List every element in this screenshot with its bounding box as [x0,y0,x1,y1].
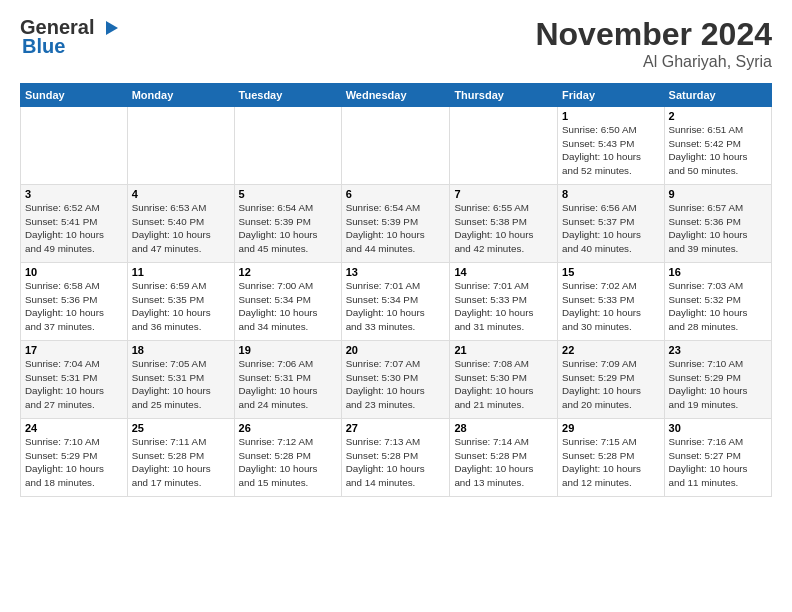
day-number: 6 [346,188,446,200]
calendar-cell: 14Sunrise: 7:01 AM Sunset: 5:33 PM Dayli… [450,263,558,341]
page: General Blue November 2024 Al Ghariyah, … [0,0,792,507]
calendar-cell: 15Sunrise: 7:02 AM Sunset: 5:33 PM Dayli… [558,263,665,341]
weekday-header-wednesday: Wednesday [341,84,450,107]
calendar-cell: 12Sunrise: 7:00 AM Sunset: 5:34 PM Dayli… [234,263,341,341]
day-info: Sunrise: 7:13 AM Sunset: 5:28 PM Dayligh… [346,436,425,488]
day-number: 24 [25,422,123,434]
day-info: Sunrise: 7:05 AM Sunset: 5:31 PM Dayligh… [132,358,211,410]
day-info: Sunrise: 7:10 AM Sunset: 5:29 PM Dayligh… [669,358,748,410]
day-number: 26 [239,422,337,434]
calendar-cell: 29Sunrise: 7:15 AM Sunset: 5:28 PM Dayli… [558,419,665,497]
day-number: 30 [669,422,767,434]
month-title: November 2024 [535,16,772,53]
day-number: 15 [562,266,660,278]
day-number: 12 [239,266,337,278]
day-number: 23 [669,344,767,356]
day-number: 8 [562,188,660,200]
day-number: 3 [25,188,123,200]
day-info: Sunrise: 6:56 AM Sunset: 5:37 PM Dayligh… [562,202,641,254]
day-number: 7 [454,188,553,200]
logo-icon [98,17,120,39]
calendar-cell: 28Sunrise: 7:14 AM Sunset: 5:28 PM Dayli… [450,419,558,497]
day-number: 27 [346,422,446,434]
calendar-cell: 19Sunrise: 7:06 AM Sunset: 5:31 PM Dayli… [234,341,341,419]
title-block: November 2024 Al Ghariyah, Syria [535,16,772,71]
calendar-cell: 16Sunrise: 7:03 AM Sunset: 5:32 PM Dayli… [664,263,771,341]
day-info: Sunrise: 6:57 AM Sunset: 5:36 PM Dayligh… [669,202,748,254]
day-number: 13 [346,266,446,278]
day-number: 28 [454,422,553,434]
day-number: 5 [239,188,337,200]
weekday-header-monday: Monday [127,84,234,107]
day-info: Sunrise: 7:01 AM Sunset: 5:34 PM Dayligh… [346,280,425,332]
calendar-cell: 13Sunrise: 7:01 AM Sunset: 5:34 PM Dayli… [341,263,450,341]
week-row-4: 24Sunrise: 7:10 AM Sunset: 5:29 PM Dayli… [21,419,772,497]
day-number: 11 [132,266,230,278]
day-number: 10 [25,266,123,278]
day-info: Sunrise: 7:04 AM Sunset: 5:31 PM Dayligh… [25,358,104,410]
location: Al Ghariyah, Syria [535,53,772,71]
day-info: Sunrise: 7:01 AM Sunset: 5:33 PM Dayligh… [454,280,533,332]
day-info: Sunrise: 6:55 AM Sunset: 5:38 PM Dayligh… [454,202,533,254]
calendar-cell: 8Sunrise: 6:56 AM Sunset: 5:37 PM Daylig… [558,185,665,263]
day-number: 21 [454,344,553,356]
calendar-cell: 10Sunrise: 6:58 AM Sunset: 5:36 PM Dayli… [21,263,128,341]
day-info: Sunrise: 6:54 AM Sunset: 5:39 PM Dayligh… [239,202,318,254]
day-number: 14 [454,266,553,278]
day-info: Sunrise: 6:54 AM Sunset: 5:39 PM Dayligh… [346,202,425,254]
calendar-cell: 30Sunrise: 7:16 AM Sunset: 5:27 PM Dayli… [664,419,771,497]
day-info: Sunrise: 7:00 AM Sunset: 5:34 PM Dayligh… [239,280,318,332]
calendar-cell: 11Sunrise: 6:59 AM Sunset: 5:35 PM Dayli… [127,263,234,341]
calendar-cell: 22Sunrise: 7:09 AM Sunset: 5:29 PM Dayli… [558,341,665,419]
day-info: Sunrise: 7:11 AM Sunset: 5:28 PM Dayligh… [132,436,211,488]
logo-blue: Blue [22,35,65,58]
calendar-cell: 2Sunrise: 6:51 AM Sunset: 5:42 PM Daylig… [664,107,771,185]
day-info: Sunrise: 7:12 AM Sunset: 5:28 PM Dayligh… [239,436,318,488]
day-info: Sunrise: 7:09 AM Sunset: 5:29 PM Dayligh… [562,358,641,410]
day-info: Sunrise: 7:03 AM Sunset: 5:32 PM Dayligh… [669,280,748,332]
day-number: 19 [239,344,337,356]
calendar-cell: 27Sunrise: 7:13 AM Sunset: 5:28 PM Dayli… [341,419,450,497]
day-info: Sunrise: 7:06 AM Sunset: 5:31 PM Dayligh… [239,358,318,410]
day-info: Sunrise: 7:16 AM Sunset: 5:27 PM Dayligh… [669,436,748,488]
calendar-cell: 9Sunrise: 6:57 AM Sunset: 5:36 PM Daylig… [664,185,771,263]
day-info: Sunrise: 7:07 AM Sunset: 5:30 PM Dayligh… [346,358,425,410]
weekday-header-tuesday: Tuesday [234,84,341,107]
day-number: 25 [132,422,230,434]
day-info: Sunrise: 6:50 AM Sunset: 5:43 PM Dayligh… [562,124,641,176]
day-number: 20 [346,344,446,356]
calendar-cell: 21Sunrise: 7:08 AM Sunset: 5:30 PM Dayli… [450,341,558,419]
week-row-2: 10Sunrise: 6:58 AM Sunset: 5:36 PM Dayli… [21,263,772,341]
day-number: 22 [562,344,660,356]
day-info: Sunrise: 6:52 AM Sunset: 5:41 PM Dayligh… [25,202,104,254]
header: General Blue November 2024 Al Ghariyah, … [20,16,772,71]
day-number: 16 [669,266,767,278]
week-row-1: 3Sunrise: 6:52 AM Sunset: 5:41 PM Daylig… [21,185,772,263]
calendar-cell: 4Sunrise: 6:53 AM Sunset: 5:40 PM Daylig… [127,185,234,263]
calendar-cell: 17Sunrise: 7:04 AM Sunset: 5:31 PM Dayli… [21,341,128,419]
calendar-cell: 5Sunrise: 6:54 AM Sunset: 5:39 PM Daylig… [234,185,341,263]
week-row-3: 17Sunrise: 7:04 AM Sunset: 5:31 PM Dayli… [21,341,772,419]
svg-marker-0 [106,21,118,35]
day-number: 17 [25,344,123,356]
day-number: 29 [562,422,660,434]
calendar-cell: 7Sunrise: 6:55 AM Sunset: 5:38 PM Daylig… [450,185,558,263]
weekday-header-row: SundayMondayTuesdayWednesdayThursdayFrid… [21,84,772,107]
day-info: Sunrise: 7:02 AM Sunset: 5:33 PM Dayligh… [562,280,641,332]
weekday-header-saturday: Saturday [664,84,771,107]
day-number: 4 [132,188,230,200]
calendar-cell: 18Sunrise: 7:05 AM Sunset: 5:31 PM Dayli… [127,341,234,419]
day-info: Sunrise: 7:10 AM Sunset: 5:29 PM Dayligh… [25,436,104,488]
calendar-cell [127,107,234,185]
day-info: Sunrise: 6:53 AM Sunset: 5:40 PM Dayligh… [132,202,211,254]
day-number: 1 [562,110,660,122]
calendar-cell [21,107,128,185]
calendar-cell: 24Sunrise: 7:10 AM Sunset: 5:29 PM Dayli… [21,419,128,497]
calendar-cell: 6Sunrise: 6:54 AM Sunset: 5:39 PM Daylig… [341,185,450,263]
weekday-header-friday: Friday [558,84,665,107]
calendar-cell: 1Sunrise: 6:50 AM Sunset: 5:43 PM Daylig… [558,107,665,185]
calendar-cell [450,107,558,185]
day-info: Sunrise: 6:59 AM Sunset: 5:35 PM Dayligh… [132,280,211,332]
calendar-cell: 25Sunrise: 7:11 AM Sunset: 5:28 PM Dayli… [127,419,234,497]
calendar-cell: 3Sunrise: 6:52 AM Sunset: 5:41 PM Daylig… [21,185,128,263]
